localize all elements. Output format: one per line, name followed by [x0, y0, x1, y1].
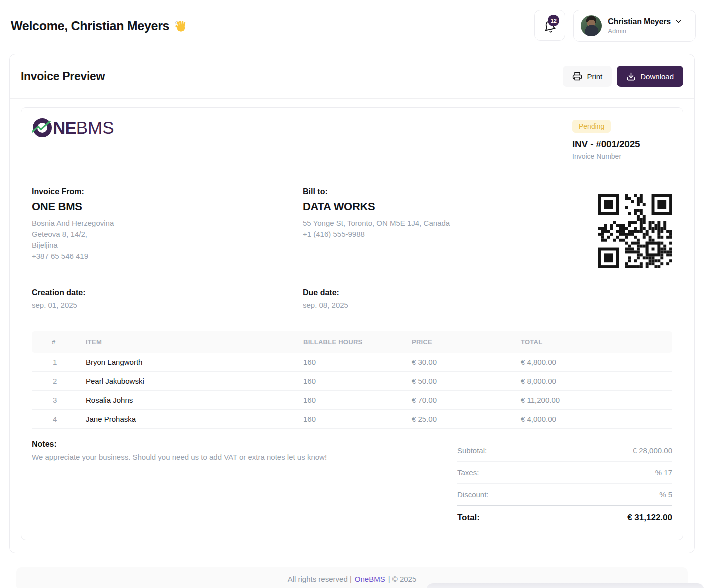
taxes-label: Taxes: — [457, 468, 479, 477]
row-num: 3 — [32, 396, 86, 404]
invoice-from-block: Invoice From: ONE BMS Bosnia And Herzego… — [32, 188, 303, 268]
row-num: 1 — [32, 358, 86, 366]
invoice-from-name: ONE BMS — [32, 200, 303, 214]
subtotal-value: € 28,000.00 — [633, 446, 672, 455]
totals-summary: Subtotal: € 28,000.00 Taxes: % 17 Discou… — [457, 440, 672, 525]
discount-label: Discount: — [457, 490, 489, 499]
notes-label: Notes: — [32, 440, 332, 449]
invoice-number-label: Invoice Number — [572, 152, 672, 160]
creation-date-value: sep. 01, 2025 — [32, 301, 303, 310]
row-hours: 160 — [303, 415, 412, 424]
row-total: € 4,000.00 — [521, 415, 672, 424]
taxes-value: % 17 — [655, 468, 672, 477]
download-button[interactable]: Download — [617, 66, 683, 87]
row-total: € 8,000.00 — [521, 377, 672, 386]
bill-to-block: Bill to: DATA WORKS 55 Yonge St, Toronto… — [303, 188, 598, 268]
footer-copyright: | © 2025 — [388, 575, 417, 584]
row-price: € 50.00 — [412, 377, 521, 386]
row-hours: 160 — [303, 358, 412, 366]
row-price: € 70.00 — [412, 396, 521, 404]
table-header-row: # ITEM BILLABLE HOURS PRICE TOTAL — [32, 332, 672, 353]
chevron-down-icon — [675, 18, 682, 26]
due-date-label: Due date: — [303, 288, 348, 298]
col-header-total: TOTAL — [521, 338, 672, 346]
notifications-button[interactable]: 12 — [534, 10, 565, 41]
subtotal-row: Subtotal: € 28,000.00 — [457, 440, 672, 462]
table-row: 4 Jane Prohaska 160 € 25.00 € 4,000.00 — [32, 410, 672, 429]
download-icon — [626, 72, 636, 82]
from-address-line: Bijeljina — [32, 240, 303, 251]
row-item: Pearl Jakubowski — [86, 377, 303, 386]
notes-block: Notes: We appreciate your business. Shou… — [32, 440, 332, 525]
invoice-meta: Pending INV - #001/2025 Invoice Number — [572, 118, 672, 160]
status-badge: Pending — [572, 120, 611, 133]
bill-to-name: DATA WORKS — [303, 200, 598, 214]
row-hours: 160 — [303, 377, 412, 386]
wave-icon — [174, 20, 187, 33]
top-right-actions: 12 Christian Meyers Admin — [534, 10, 696, 42]
discount-value: % 5 — [659, 490, 672, 499]
page-title: Welcome, Christian Meyers — [11, 19, 187, 34]
avatar — [581, 16, 602, 36]
user-menu[interactable]: Christian Meyers Admin — [573, 10, 696, 42]
table-row: 2 Pearl Jakubowski 160 € 50.00 € 8,000.0… — [32, 372, 672, 391]
row-price: € 30.00 — [412, 358, 521, 366]
table-row: 3 Rosalia Johns 160 € 70.00 € 11,200.00 — [32, 391, 672, 410]
row-total: € 4,800.00 — [521, 358, 672, 366]
top-bar: Welcome, Christian Meyers — [0, 0, 704, 42]
printer-icon — [572, 72, 582, 82]
table-row: 1 Bryon Langworth 160 € 30.00 € 4,800.00 — [32, 353, 672, 372]
col-header-item: ITEM — [86, 338, 303, 346]
print-label: Print — [587, 72, 602, 81]
due-date-value: sep. 08, 2025 — [303, 301, 348, 310]
row-total: € 11,200.00 — [521, 396, 672, 404]
total-value: € 31,122.00 — [627, 513, 672, 523]
row-item: Jane Prohaska — [86, 415, 303, 424]
creation-date-block: Creation date: sep. 01, 2025 — [32, 288, 303, 310]
due-date-block: Due date: sep. 08, 2025 — [303, 288, 348, 310]
subtotal-label: Subtotal: — [457, 446, 487, 455]
download-label: Download — [640, 72, 674, 81]
taxes-row: Taxes: % 17 — [457, 462, 672, 484]
row-hours: 160 — [303, 396, 412, 404]
total-label: Total: — [457, 513, 480, 523]
creation-date-label: Creation date: — [32, 288, 303, 298]
notification-count-badge: 12 — [548, 15, 559, 26]
row-price: € 25.00 — [412, 415, 521, 424]
invoice-document: NE BMS Pending INV - #001/2025 Invoice N… — [21, 108, 683, 540]
logo-o-icon — [32, 118, 52, 138]
footer-text: All rights reserved | — [288, 575, 352, 584]
card-header: Invoice Preview Print — [10, 54, 694, 99]
user-name: Christian Meyers — [608, 18, 671, 26]
invoice-preview-card: Invoice Preview Print — [9, 54, 695, 554]
logo-text-one: NE — [53, 118, 76, 138]
bill-to-phone: +1 (416) 555-9988 — [303, 229, 598, 240]
invoice-number: INV - #001/2025 — [572, 139, 672, 150]
col-header-price: PRICE — [412, 338, 521, 346]
qr-code — [598, 194, 672, 268]
line-items-table: # ITEM BILLABLE HOURS PRICE TOTAL 1 Bryo… — [32, 332, 672, 429]
invoice-from-label: Invoice From: — [32, 188, 303, 196]
print-button[interactable]: Print — [563, 66, 612, 87]
row-num: 2 — [32, 377, 86, 386]
col-header-num: # — [32, 338, 86, 346]
row-item: Bryon Langworth — [86, 358, 303, 366]
footer-brand-link[interactable]: OneBMS — [355, 575, 385, 584]
col-header-hours: BILLABLE HOURS — [303, 338, 412, 346]
row-item: Rosalia Johns — [86, 396, 303, 404]
user-role: Admin — [608, 28, 682, 35]
discount-row: Discount: % 5 — [457, 484, 672, 506]
notes-text: We appreciate your business. Should you … — [32, 453, 332, 462]
welcome-text: Welcome, Christian Meyers — [11, 19, 169, 34]
bottom-peek-element — [426, 584, 704, 588]
bill-to-address-line: 55 Yonge St, Toronto, ON M5E 1J4, Canada — [303, 218, 598, 229]
from-address-line: Geteova 8, 14/2, — [32, 229, 303, 240]
logo-text-bms: BMS — [76, 118, 114, 138]
total-row: Total: € 31,122.00 — [457, 506, 672, 525]
from-phone: +387 65 546 419 — [32, 251, 303, 262]
row-num: 4 — [32, 415, 86, 424]
onebms-logo: NE BMS — [32, 118, 114, 138]
card-title: Invoice Preview — [21, 70, 105, 84]
bill-to-label: Bill to: — [303, 188, 598, 196]
from-address-line: Bosnia And Herzegovina — [32, 218, 303, 229]
